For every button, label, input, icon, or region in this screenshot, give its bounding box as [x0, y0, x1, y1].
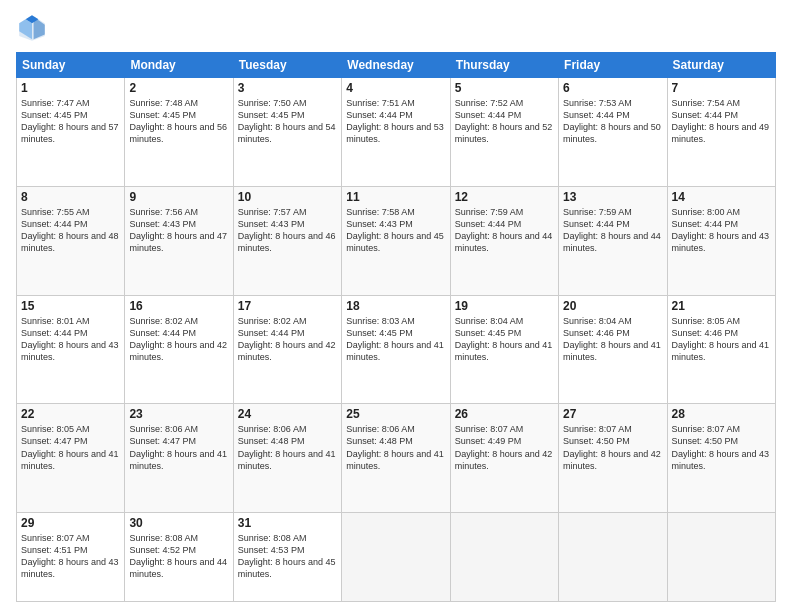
calendar-cell: 28Sunrise: 8:07 AMSunset: 4:50 PMDayligh…: [667, 404, 775, 513]
cell-info: Sunrise: 8:05 AMSunset: 4:47 PMDaylight:…: [21, 423, 120, 472]
day-number: 7: [672, 81, 771, 95]
calendar-cell: 18Sunrise: 8:03 AMSunset: 4:45 PMDayligh…: [342, 295, 450, 404]
cell-info: Sunrise: 7:57 AMSunset: 4:43 PMDaylight:…: [238, 206, 337, 255]
logo: [16, 12, 52, 44]
day-number: 23: [129, 407, 228, 421]
cell-info: Sunrise: 7:54 AMSunset: 4:44 PMDaylight:…: [672, 97, 771, 146]
cell-info: Sunrise: 8:07 AMSunset: 4:51 PMDaylight:…: [21, 532, 120, 581]
day-number: 8: [21, 190, 120, 204]
day-number: 6: [563, 81, 662, 95]
day-number: 18: [346, 299, 445, 313]
cell-info: Sunrise: 7:48 AMSunset: 4:45 PMDaylight:…: [129, 97, 228, 146]
day-number: 19: [455, 299, 554, 313]
calendar-cell: 7Sunrise: 7:54 AMSunset: 4:44 PMDaylight…: [667, 78, 775, 187]
calendar-cell: 23Sunrise: 8:06 AMSunset: 4:47 PMDayligh…: [125, 404, 233, 513]
day-number: 2: [129, 81, 228, 95]
calendar-cell: 8Sunrise: 7:55 AMSunset: 4:44 PMDaylight…: [17, 186, 125, 295]
calendar-cell: 22Sunrise: 8:05 AMSunset: 4:47 PMDayligh…: [17, 404, 125, 513]
day-number: 1: [21, 81, 120, 95]
weekday-header-tuesday: Tuesday: [233, 53, 341, 78]
cell-info: Sunrise: 8:07 AMSunset: 4:50 PMDaylight:…: [563, 423, 662, 472]
cell-info: Sunrise: 7:55 AMSunset: 4:44 PMDaylight:…: [21, 206, 120, 255]
calendar-cell: 3Sunrise: 7:50 AMSunset: 4:45 PMDaylight…: [233, 78, 341, 187]
cell-info: Sunrise: 7:58 AMSunset: 4:43 PMDaylight:…: [346, 206, 445, 255]
day-number: 15: [21, 299, 120, 313]
weekday-header-monday: Monday: [125, 53, 233, 78]
calendar-cell: 26Sunrise: 8:07 AMSunset: 4:49 PMDayligh…: [450, 404, 558, 513]
calendar-cell: 31Sunrise: 8:08 AMSunset: 4:53 PMDayligh…: [233, 513, 341, 602]
calendar-cell: 30Sunrise: 8:08 AMSunset: 4:52 PMDayligh…: [125, 513, 233, 602]
cell-info: Sunrise: 8:08 AMSunset: 4:52 PMDaylight:…: [129, 532, 228, 581]
calendar-cell: 24Sunrise: 8:06 AMSunset: 4:48 PMDayligh…: [233, 404, 341, 513]
day-number: 4: [346, 81, 445, 95]
header: [16, 12, 776, 44]
day-number: 13: [563, 190, 662, 204]
day-number: 17: [238, 299, 337, 313]
day-number: 12: [455, 190, 554, 204]
cell-info: Sunrise: 7:59 AMSunset: 4:44 PMDaylight:…: [455, 206, 554, 255]
day-number: 16: [129, 299, 228, 313]
calendar-cell: 19Sunrise: 8:04 AMSunset: 4:45 PMDayligh…: [450, 295, 558, 404]
cell-info: Sunrise: 8:07 AMSunset: 4:50 PMDaylight:…: [672, 423, 771, 472]
calendar-cell: 9Sunrise: 7:56 AMSunset: 4:43 PMDaylight…: [125, 186, 233, 295]
cell-info: Sunrise: 7:51 AMSunset: 4:44 PMDaylight:…: [346, 97, 445, 146]
calendar-cell: 29Sunrise: 8:07 AMSunset: 4:51 PMDayligh…: [17, 513, 125, 602]
cell-info: Sunrise: 8:07 AMSunset: 4:49 PMDaylight:…: [455, 423, 554, 472]
calendar-cell: [559, 513, 667, 602]
calendar-cell: 17Sunrise: 8:02 AMSunset: 4:44 PMDayligh…: [233, 295, 341, 404]
cell-info: Sunrise: 8:04 AMSunset: 4:45 PMDaylight:…: [455, 315, 554, 364]
calendar-cell: 12Sunrise: 7:59 AMSunset: 4:44 PMDayligh…: [450, 186, 558, 295]
weekday-header-row: SundayMondayTuesdayWednesdayThursdayFrid…: [17, 53, 776, 78]
calendar-week-row: 8Sunrise: 7:55 AMSunset: 4:44 PMDaylight…: [17, 186, 776, 295]
cell-info: Sunrise: 7:53 AMSunset: 4:44 PMDaylight:…: [563, 97, 662, 146]
calendar-cell: 6Sunrise: 7:53 AMSunset: 4:44 PMDaylight…: [559, 78, 667, 187]
cell-info: Sunrise: 8:05 AMSunset: 4:46 PMDaylight:…: [672, 315, 771, 364]
day-number: 27: [563, 407, 662, 421]
day-number: 10: [238, 190, 337, 204]
day-number: 29: [21, 516, 120, 530]
day-number: 31: [238, 516, 337, 530]
day-number: 26: [455, 407, 554, 421]
day-number: 21: [672, 299, 771, 313]
cell-info: Sunrise: 8:06 AMSunset: 4:48 PMDaylight:…: [346, 423, 445, 472]
cell-info: Sunrise: 8:01 AMSunset: 4:44 PMDaylight:…: [21, 315, 120, 364]
cell-info: Sunrise: 8:08 AMSunset: 4:53 PMDaylight:…: [238, 532, 337, 581]
day-number: 3: [238, 81, 337, 95]
cell-info: Sunrise: 8:02 AMSunset: 4:44 PMDaylight:…: [238, 315, 337, 364]
cell-info: Sunrise: 8:00 AMSunset: 4:44 PMDaylight:…: [672, 206, 771, 255]
weekday-header-thursday: Thursday: [450, 53, 558, 78]
calendar-cell: 27Sunrise: 8:07 AMSunset: 4:50 PMDayligh…: [559, 404, 667, 513]
cell-info: Sunrise: 7:47 AMSunset: 4:45 PMDaylight:…: [21, 97, 120, 146]
day-number: 25: [346, 407, 445, 421]
weekday-header-wednesday: Wednesday: [342, 53, 450, 78]
weekday-header-saturday: Saturday: [667, 53, 775, 78]
day-number: 28: [672, 407, 771, 421]
calendar-cell: 10Sunrise: 7:57 AMSunset: 4:43 PMDayligh…: [233, 186, 341, 295]
day-number: 22: [21, 407, 120, 421]
calendar-week-row: 29Sunrise: 8:07 AMSunset: 4:51 PMDayligh…: [17, 513, 776, 602]
weekday-header-friday: Friday: [559, 53, 667, 78]
day-number: 24: [238, 407, 337, 421]
cell-info: Sunrise: 8:03 AMSunset: 4:45 PMDaylight:…: [346, 315, 445, 364]
calendar-cell: 16Sunrise: 8:02 AMSunset: 4:44 PMDayligh…: [125, 295, 233, 404]
cell-info: Sunrise: 7:59 AMSunset: 4:44 PMDaylight:…: [563, 206, 662, 255]
cell-info: Sunrise: 7:52 AMSunset: 4:44 PMDaylight:…: [455, 97, 554, 146]
calendar-week-row: 15Sunrise: 8:01 AMSunset: 4:44 PMDayligh…: [17, 295, 776, 404]
cell-info: Sunrise: 7:56 AMSunset: 4:43 PMDaylight:…: [129, 206, 228, 255]
cell-info: Sunrise: 8:06 AMSunset: 4:47 PMDaylight:…: [129, 423, 228, 472]
calendar-cell: 21Sunrise: 8:05 AMSunset: 4:46 PMDayligh…: [667, 295, 775, 404]
calendar-cell: [342, 513, 450, 602]
page: SundayMondayTuesdayWednesdayThursdayFrid…: [0, 0, 792, 612]
calendar-cell: 14Sunrise: 8:00 AMSunset: 4:44 PMDayligh…: [667, 186, 775, 295]
cell-info: Sunrise: 7:50 AMSunset: 4:45 PMDaylight:…: [238, 97, 337, 146]
calendar-table: SundayMondayTuesdayWednesdayThursdayFrid…: [16, 52, 776, 602]
cell-info: Sunrise: 8:02 AMSunset: 4:44 PMDaylight:…: [129, 315, 228, 364]
calendar-week-row: 22Sunrise: 8:05 AMSunset: 4:47 PMDayligh…: [17, 404, 776, 513]
cell-info: Sunrise: 8:06 AMSunset: 4:48 PMDaylight:…: [238, 423, 337, 472]
logo-icon: [16, 12, 48, 44]
day-number: 20: [563, 299, 662, 313]
day-number: 5: [455, 81, 554, 95]
calendar-cell: 4Sunrise: 7:51 AMSunset: 4:44 PMDaylight…: [342, 78, 450, 187]
calendar-cell: 1Sunrise: 7:47 AMSunset: 4:45 PMDaylight…: [17, 78, 125, 187]
cell-info: Sunrise: 8:04 AMSunset: 4:46 PMDaylight:…: [563, 315, 662, 364]
